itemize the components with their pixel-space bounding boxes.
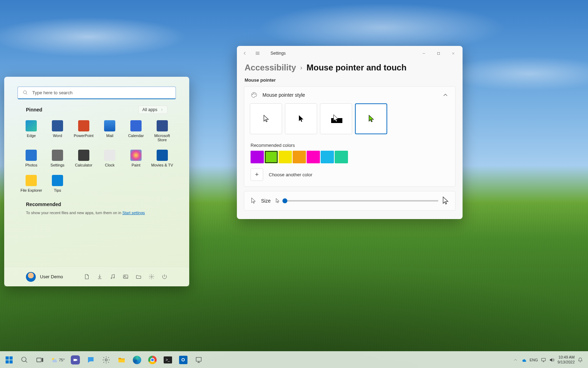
pointer-style-black[interactable] <box>285 103 317 134</box>
pinned-app-clock[interactable]: Clock <box>97 146 122 170</box>
cursor-small-icon <box>251 197 256 204</box>
color-swatch[interactable] <box>279 151 292 163</box>
breadcrumb: Accessibility › Mouse pointer and touch <box>237 61 463 77</box>
pointer-style-expander[interactable]: Mouse pointer style <box>244 87 455 103</box>
pinned-app-mail[interactable]: Mail <box>97 117 122 145</box>
power-icon[interactable] <box>162 274 167 280</box>
color-swatch[interactable] <box>251 151 264 163</box>
pinned-app-photos[interactable]: Photos <box>19 146 44 170</box>
search-icon <box>21 356 28 364</box>
weather-temp: 75° <box>59 358 65 362</box>
app-label: Word <box>53 134 62 138</box>
pictures-icon[interactable] <box>123 274 129 280</box>
start-search-box[interactable] <box>18 87 176 99</box>
app-label: PowerPoint <box>74 134 94 138</box>
start-settings-link[interactable]: Start settings <box>122 211 145 215</box>
cursor-min-icon <box>275 198 280 204</box>
svg-point-2 <box>111 278 112 279</box>
pointer-style-inverted[interactable] <box>320 103 352 134</box>
back-button[interactable] <box>242 50 248 56</box>
nav-menu-button[interactable] <box>254 50 261 56</box>
svg-rect-20 <box>6 360 9 363</box>
color-swatch[interactable] <box>307 151 320 163</box>
pointer-style-white[interactable] <box>250 103 282 134</box>
color-swatch[interactable] <box>335 151 348 163</box>
chevron-right-icon: › <box>300 64 302 71</box>
color-swatch[interactable] <box>321 151 334 163</box>
app-icon <box>104 150 115 161</box>
slider-thumb[interactable] <box>282 198 287 203</box>
app-label: Mail <box>106 134 113 138</box>
taskbar-app-explorer[interactable] <box>115 353 129 367</box>
breadcrumb-parent[interactable]: Accessibility <box>245 63 296 73</box>
size-label: Size <box>261 198 271 204</box>
pinned-app-word[interactable]: Word <box>45 117 70 145</box>
document-icon[interactable] <box>84 274 90 280</box>
weather-widget[interactable]: 75° <box>48 353 67 367</box>
color-swatch[interactable] <box>293 151 306 163</box>
search-taskbar-button[interactable] <box>18 353 32 367</box>
onedrive-icon[interactable] <box>521 357 527 363</box>
pinned-app-calendar[interactable]: Calendar <box>124 117 149 145</box>
size-slider[interactable] <box>283 200 438 202</box>
pinned-app-calculator[interactable]: Calculator <box>71 146 96 170</box>
music-icon[interactable] <box>110 274 116 280</box>
app-label: Calculator <box>75 163 93 167</box>
recommended-heading: Recommended <box>26 202 167 207</box>
start-search-input[interactable] <box>32 90 171 95</box>
pinned-app-edge[interactable]: Edge <box>19 117 44 145</box>
pinned-app-settings[interactable]: Settings <box>45 146 70 170</box>
taskbar-app-outlook[interactable]: O <box>176 353 190 367</box>
svg-point-27 <box>105 359 107 361</box>
pinned-app-paint[interactable]: Paint <box>124 146 149 170</box>
pinned-app-microsoft-store[interactable]: Microsoft Store <box>150 117 175 145</box>
maximize-button[interactable] <box>431 48 446 59</box>
user-name: User Demo <box>40 274 63 279</box>
pinned-app-tips[interactable]: Tips <box>45 171 70 195</box>
downloads-icon[interactable] <box>97 274 103 280</box>
pinned-app-movies-tv[interactable]: Movies & TV <box>150 146 175 170</box>
app-icon <box>104 120 115 131</box>
taskbar-app-terminal[interactable]: >_ <box>161 353 175 367</box>
titlebar[interactable]: Settings <box>237 46 463 61</box>
svg-rect-28 <box>196 357 201 361</box>
minimize-button[interactable] <box>416 48 431 59</box>
pinned-app-file-explorer[interactable]: File Explorer <box>19 171 44 195</box>
pinned-apps-grid: EdgeWordPowerPointMailCalendarMicrosoft … <box>4 114 189 197</box>
tray-language[interactable]: ENG <box>529 358 538 362</box>
cursor-white-icon <box>262 115 269 123</box>
app-icon <box>26 120 37 131</box>
color-swatch[interactable] <box>265 151 278 163</box>
taskbar-app-generic[interactable] <box>192 353 206 367</box>
weather-icon <box>50 356 57 363</box>
settings-icon[interactable] <box>149 274 155 280</box>
svg-rect-21 <box>9 360 13 363</box>
tray-time: 10:49 AM <box>558 355 575 360</box>
task-view-icon <box>36 356 44 364</box>
taskbar-app-teams[interactable] <box>68 353 82 367</box>
taskbar-app-settings[interactable] <box>99 353 113 367</box>
user-account-button[interactable]: User Demo <box>26 272 63 282</box>
volume-icon[interactable] <box>549 357 555 363</box>
pinned-app-powerpoint[interactable]: PowerPoint <box>71 117 96 145</box>
all-apps-button[interactable]: All apps <box>138 105 167 114</box>
taskbar-app-edge[interactable] <box>130 353 144 367</box>
svg-point-16 <box>255 94 256 95</box>
choose-color-button[interactable]: + <box>251 168 263 181</box>
notifications-icon[interactable] <box>577 357 583 363</box>
svg-line-1 <box>26 93 27 94</box>
task-view-button[interactable] <box>33 353 47 367</box>
close-button[interactable] <box>446 48 460 59</box>
taskbar-app-chat[interactable] <box>84 353 98 367</box>
pointer-style-custom[interactable] <box>355 103 387 134</box>
app-label: File Explorer <box>20 188 42 192</box>
svg-line-23 <box>26 361 27 362</box>
network-icon[interactable] <box>541 357 546 363</box>
file-explorer-icon[interactable] <box>136 274 142 280</box>
taskbar-app-chrome[interactable] <box>145 353 159 367</box>
tray-overflow-icon[interactable] <box>513 357 518 363</box>
start-button[interactable] <box>2 353 16 367</box>
tray-clock[interactable]: 10:49 AM 9/13/2022 <box>558 355 575 365</box>
app-label: Microsoft Store <box>150 134 175 142</box>
app-icon <box>157 150 168 161</box>
